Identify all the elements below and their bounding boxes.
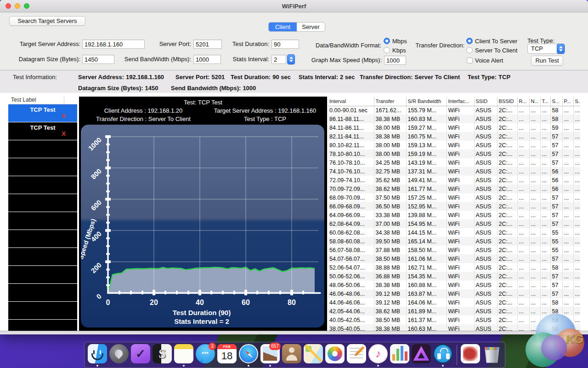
dock-icon-launchpad[interactable] [109, 344, 129, 367]
dock-icon-numbers[interactable] [390, 344, 410, 367]
table-row[interactable]: 80.10-82.11...38.00 MB159.13 M...WiFiASU… [328, 141, 580, 150]
table-row[interactable]: 84.11-86.11...38.00 MB159.27 M...WiFiASU… [328, 123, 580, 132]
table-row[interactable]: 40.05-42.05...38.50 MB161.37 M...WiFiASU… [328, 316, 580, 324]
dock-icon-affinity-photo[interactable] [411, 344, 431, 367]
table-row[interactable]: 60.08-62.08...34.38 MB144.15 M...WiFiASU… [328, 228, 580, 237]
column-header[interactable]: Interfac... [447, 97, 474, 106]
info-transfer-direction: Transfer Direction:Server To Client [360, 74, 460, 80]
table-cell: 57 [550, 272, 562, 281]
delete-test-button[interactable]: X [62, 112, 66, 119]
table-row[interactable]: 70.09-72.09...38.62 MB161.77 M...WiFiASU… [328, 184, 580, 193]
dock-icon-scrivener[interactable]: S [152, 344, 172, 367]
table-row[interactable]: 50.06-52.06...36.88 MB154.35 M...WiFiASU… [328, 272, 580, 281]
table-row[interactable]: 58.08-60.08...39.50 MB165.14 M...WiFiASU… [328, 237, 580, 246]
table-row[interactable]: 44.06-46.06...39.12 MB164.06 M...WiFiASU… [328, 298, 580, 307]
table-row[interactable]: 0.00-90.01 sec1671.62...155.79 M...WiFiA… [328, 106, 580, 115]
table-cell: 157.25 M... [406, 193, 447, 202]
target-server-address-input[interactable] [82, 40, 145, 49]
table-cell: 32.75 MB [374, 167, 406, 176]
table-row[interactable]: 76.10-78.10...34.25 MB143.19 M...WiFiASU… [328, 158, 580, 167]
column-header[interactable]: R... [517, 97, 529, 106]
stats-interval-stepper[interactable] [287, 54, 295, 64]
table-cell: ... [517, 211, 529, 219]
column-header[interactable]: Transfer [374, 97, 406, 106]
table-cell: 58 [550, 307, 562, 316]
table-row[interactable]: 82.11-84.11...38.38 MB160.75 M...WiFiASU… [328, 132, 580, 141]
column-header[interactable]: S... [550, 97, 562, 106]
table-cell: 58 [550, 324, 562, 331]
table-cell: ... [540, 158, 550, 167]
table-row[interactable]: 56.07-58.08...37.88 MB158.50 M...WiFiASU… [328, 246, 580, 254]
dock-icon-mail[interactable]: 657 [260, 344, 280, 367]
delete-test-button[interactable]: X [62, 130, 66, 137]
column-header[interactable]: SSID [474, 97, 497, 106]
send-bandwidth-input[interactable] [193, 55, 221, 64]
column-header[interactable]: S/R Bandwidth [406, 97, 447, 106]
tab-server[interactable]: Server [297, 23, 325, 31]
dock-icon-artwork-file[interactable] [460, 344, 481, 367]
column-header[interactable]: S... [573, 97, 580, 106]
table-row[interactable]: 86.11-88.11...38.38 MB160.83 M...WiFiASU… [328, 115, 580, 123]
table-cell: ... [517, 281, 529, 289]
dock-icon-finder[interactable] [87, 344, 107, 367]
table-row[interactable]: 68.09-70.09...37.50 MB157.25 M...WiFiASU… [328, 193, 580, 202]
table-row[interactable]: 52.06-54.07...38.88 MB162.71 M...WiFiASU… [328, 263, 580, 272]
table-cell: 161.89 M... [406, 307, 447, 316]
table-row[interactable]: 64.09-66.09...33.38 MB139.88 M...WiFiASU… [328, 211, 580, 219]
table-cell: ... [562, 184, 573, 193]
dock-icon-notes[interactable] [174, 344, 194, 367]
voice-alert-checkbox[interactable]: Voice Alert [467, 57, 503, 64]
dock-icon-itunes[interactable]: ♪ [368, 344, 388, 367]
tab-client[interactable]: Client [269, 23, 297, 31]
table-row[interactable]: 46.06-48.06...39.12 MB163.87 M...WiFiASU… [328, 289, 580, 298]
test-list-item[interactable]: TCP TestX [8, 122, 77, 140]
dock-icon-wifiperf[interactable] [433, 344, 453, 367]
table-row[interactable]: 62.08-64.09...37.00 MB154.95 M...WiFiASU… [328, 219, 580, 228]
table-cell: ... [517, 141, 529, 150]
table-cell: ... [517, 150, 529, 158]
table-row[interactable]: 42.05-44.06...38.62 MB161.89 M...WiFiASU… [328, 307, 580, 316]
table-cell: ... [573, 298, 580, 307]
test-duration-input[interactable] [271, 40, 299, 49]
table-cell: 2C:... [497, 272, 517, 281]
radio-server-to-client[interactable]: Server To Client [466, 46, 517, 54]
speed-chart-svg: 02040608002004006008001000Speed (Mbps)Te… [81, 125, 324, 328]
dock-icon-omnifocus[interactable]: ✓ [130, 344, 151, 367]
table-row[interactable]: 72.09-74.10...35.62 MB149.41 M...WiFiASU… [328, 176, 580, 184]
table-row[interactable]: 66.09-68.09...36.50 MB152.95 M...WiFiASU… [328, 202, 580, 211]
test-list-item[interactable]: TCP TestX [8, 104, 77, 122]
graph-max-speed-input[interactable] [384, 56, 406, 65]
column-header[interactable]: P... [562, 97, 573, 106]
table-row[interactable]: 74.10-76.10...32.75 MB137.31 M...WiFiASU… [328, 167, 580, 176]
column-header[interactable]: N... [529, 97, 540, 106]
table-cell: ... [562, 298, 573, 307]
dock-icon-pages[interactable] [346, 344, 367, 367]
dock-icon-messages[interactable]: •••3 [195, 344, 215, 367]
test-list-header[interactable]: Test Label [8, 96, 77, 104]
dock-icon-photos[interactable] [325, 344, 345, 367]
server-port-input[interactable] [193, 40, 222, 49]
dock-icon-trash[interactable] [482, 344, 502, 367]
stats-interval-input[interactable] [271, 55, 286, 64]
datagram-size-input[interactable] [82, 55, 114, 64]
column-header[interactable]: T... [540, 97, 550, 106]
radio-client-to-server[interactable]: Client To Server [466, 37, 517, 45]
table-cell: WiFi [447, 254, 474, 263]
run-test-button[interactable]: Run Test [531, 56, 563, 66]
dock-icon-contacts[interactable] [282, 344, 302, 367]
column-header[interactable]: BSSID [497, 97, 517, 106]
search-target-servers-button[interactable]: Search Target Servers [9, 16, 85, 26]
dock-icon-safari[interactable] [238, 344, 259, 367]
table-row[interactable]: 78.10-80.10...38.00 MB159.19 M...WiFiASU… [328, 150, 580, 158]
table-row[interactable]: 54.07-56.07...38.50 MB161.06 M...WiFiASU… [328, 254, 580, 263]
table-cell: 56 [550, 184, 562, 193]
radio-kbps[interactable]: Kbps [384, 46, 406, 54]
column-header[interactable]: Interval [328, 97, 374, 106]
table-cell: ... [540, 141, 550, 150]
dock-icon-maps[interactable] [303, 344, 323, 367]
radio-mbps[interactable]: Mbps [384, 37, 407, 45]
test-type-stepper[interactable] [557, 44, 565, 54]
dock-icon-calendar[interactable]: FEB18 [217, 344, 237, 367]
table-row[interactable]: 38.05-40.05...38.38 MB160.63 M...WiFiASU… [328, 324, 580, 331]
table-row[interactable]: 48.06-50.06...38.38 MB160.88 M...WiFiASU… [328, 281, 580, 289]
